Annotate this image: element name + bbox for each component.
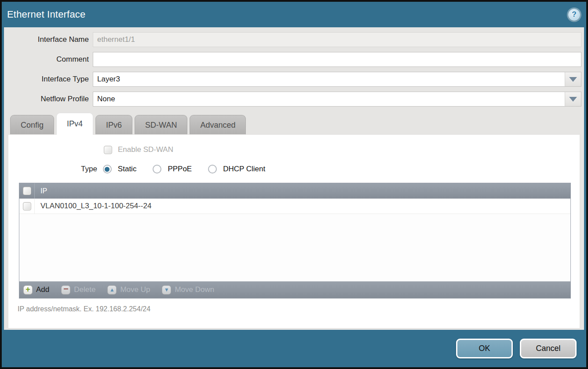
interface-name-field[interactable] [93, 32, 581, 47]
dialog-body: Interface Name Comment Interface Type [4, 27, 584, 330]
plus-icon: + [23, 285, 33, 295]
netflow-profile-dropdown[interactable] [93, 92, 581, 107]
interface-type-value[interactable] [93, 72, 565, 86]
form-row-netflow-profile: Netflow Profile [4, 92, 581, 107]
tab-config[interactable]: Config [10, 115, 54, 135]
ip-cell-value: VLAN0100_L3_10-1-100-254--24 [35, 202, 151, 210]
radio-pppoe[interactable]: PPPoE [153, 165, 192, 173]
netflow-profile-dropdown-trigger[interactable] [565, 92, 581, 106]
radio-dhcp-client-label: DHCP Client [223, 165, 265, 173]
radio-button-icon[interactable] [153, 165, 161, 173]
ip-format-hint: IP address/netmask. Ex. 192.168.2.254/24 [18, 305, 580, 313]
move-up-button[interactable]: ▲ Move Up [107, 285, 150, 295]
radio-dhcp-client[interactable]: DHCP Client [208, 165, 265, 173]
netflow-profile-value[interactable] [93, 92, 565, 106]
dialog-title: Ethernet Interface [7, 9, 85, 20]
chevron-down-icon [569, 97, 577, 102]
ip-table-header: IP [19, 183, 570, 199]
netflow-profile-label: Netflow Profile [4, 95, 93, 103]
tab-advanced[interactable]: Advanced [190, 115, 246, 135]
enable-sdwan-label: Enable SD-WAN [118, 145, 173, 154]
type-radio-group: Static PPPoE DHCP Client [103, 165, 281, 173]
interface-type-dropdown[interactable] [93, 72, 581, 87]
type-radio-row: Type Static PPPoE DHCP Client [81, 165, 580, 173]
help-icon[interactable]: ? [568, 9, 580, 21]
move-down-button-label: Move Down [175, 285, 214, 294]
radio-static-label: Static [118, 165, 137, 173]
tab-bar: Config IPv4 IPv6 SD-WAN Advanced [10, 113, 584, 135]
radio-button-icon[interactable] [103, 165, 112, 173]
table-row[interactable]: VLAN0100_L3_10-1-100-254--24 [19, 199, 570, 214]
form-row-comment: Comment [4, 52, 581, 67]
tab-sdwan[interactable]: SD-WAN [135, 115, 187, 135]
ethernet-interface-dialog: Ethernet Interface ? Interface Name Comm… [0, 0, 588, 369]
chevron-down-icon [569, 77, 577, 82]
radio-pppoe-label: PPPoE [168, 165, 192, 173]
arrow-up-icon: ▲ [107, 285, 117, 295]
ipv4-tab-panel: Enable SD-WAN Type Static PPPoE DHCP C [8, 135, 580, 328]
arrow-down-icon: ▼ [162, 285, 171, 295]
form-row-interface-name: Interface Name [4, 32, 581, 47]
move-up-button-label: Move Up [120, 285, 150, 294]
add-button[interactable]: + Add [23, 285, 49, 295]
type-label: Type [81, 165, 97, 173]
delete-button[interactable]: − Delete [61, 285, 95, 295]
radio-button-icon[interactable] [208, 165, 217, 173]
ok-button[interactable]: OK [456, 339, 513, 358]
comment-field[interactable] [93, 52, 581, 67]
dialog-titlebar: Ethernet Interface ? [2, 2, 586, 27]
dialog-footer: OK Cancel [2, 330, 586, 367]
ip-address-table: IP VLAN0100_L3_10-1-100-254--24 + Add − [19, 183, 571, 299]
ip-column-header: IP [35, 187, 47, 195]
enable-sdwan-row: Enable SD-WAN [104, 145, 580, 154]
radio-static[interactable]: Static [103, 165, 137, 173]
table-toolbar: + Add − Delete ▲ Move Up ▼ Move Down [19, 281, 570, 298]
interface-type-label: Interface Type [4, 75, 93, 84]
row-checkbox[interactable] [23, 202, 31, 210]
enable-sdwan-checkbox[interactable] [104, 146, 112, 154]
add-button-label: Add [36, 285, 49, 294]
interface-type-dropdown-trigger[interactable] [565, 72, 581, 86]
move-down-button[interactable]: ▼ Move Down [162, 285, 214, 295]
table-empty-area [19, 214, 570, 281]
interface-name-label: Interface Name [4, 35, 93, 44]
tab-ipv4[interactable]: IPv4 [56, 113, 93, 135]
form-row-interface-type: Interface Type [4, 72, 581, 87]
tab-ipv6[interactable]: IPv6 [95, 115, 132, 135]
delete-button-label: Delete [74, 285, 95, 294]
select-all-checkbox[interactable] [23, 187, 31, 195]
comment-label: Comment [4, 55, 93, 64]
minus-icon: − [61, 285, 70, 295]
cancel-button[interactable]: Cancel [520, 339, 577, 358]
